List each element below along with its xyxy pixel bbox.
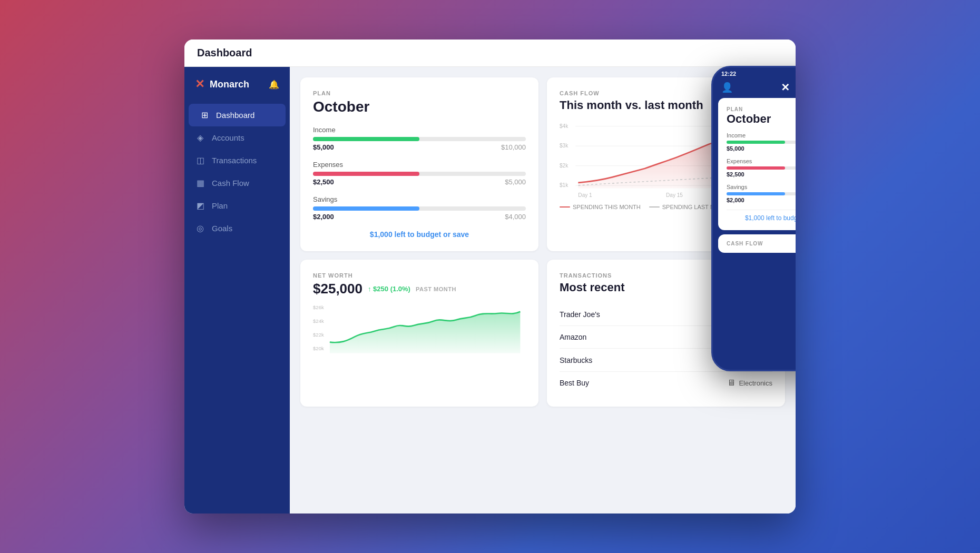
phone-plan-label: PLAN [727,106,796,112]
phone-expenses-bar [727,166,796,170]
sidebar-item-accounts[interactable]: ◈ Accounts [184,126,290,149]
legend-this-month: SPENDING THIS MONTH [560,204,641,210]
phone-plan-card: PLAN October Income $5,000 $10,000 Expen… [718,98,796,230]
sidebar-item-goals[interactable]: ◎ Goals [184,217,290,240]
transaction-name-0: Trader Joe's [560,310,600,319]
transaction-icon-3: 🖥 [727,378,736,388]
savings-bar-container [313,206,526,211]
bell-icon[interactable]: 🔔 [269,80,279,90]
app-name: Monarch [210,79,249,90]
budget-note: $1,000 left to budget or save [313,230,526,239]
main-layout: ✕ Monarch 🔔 ⊞ Dashboard ◈ Accounts ◫ Tra… [184,67,796,514]
phone-expenses-current: $2,500 [727,171,744,177]
income-label: Income [313,126,526,134]
expenses-amounts: $2,500 $5,000 [313,178,526,186]
sidebar-item-transactions[interactable]: ◫ Transactions [184,149,290,172]
income-current: $5,000 [313,143,334,151]
sidebar-item-plan[interactable]: ◩ Plan [184,194,290,217]
networth-period: PAST MONTH [416,286,456,292]
phone-nav-bar: 👤 ✕ 🔔 [713,77,796,98]
phone-savings-label: Savings [727,184,796,190]
legend-dot-last-month [649,206,660,208]
svg-text:$3k: $3k [560,143,569,149]
transaction-cat-3: 🖥 Electronics [727,378,772,388]
sidebar-item-plan-label: Plan [212,201,228,210]
expenses-label: Expenses [313,161,526,169]
svg-text:$26k: $26k [313,304,324,310]
legend-dot-this-month [560,206,570,208]
expenses-bar-container [313,172,526,176]
networth-svg: $26k $24k $22k $20k [313,303,526,356]
phone-expenses-fill [727,166,785,170]
cashflow-icon: ▦ [195,178,205,188]
phone-cashflow-label: CASH FLOW [727,241,796,246]
savings-bar-fill [313,206,419,211]
plan-card: PLAN October Income $5,000 $10,000 Expen… [300,77,538,251]
phone-cashflow-section: CASH FLOW [718,234,796,253]
svg-text:Day 15: Day 15 [666,192,683,197]
phone-expenses-amounts: $2,500 $5,000 [727,171,796,177]
income-budget-row: Income $5,000 $10,000 [313,126,526,151]
phone-user-icon[interactable]: 👤 [721,82,733,93]
phone-time: 12:22 [721,71,736,77]
sidebar-item-cashflow[interactable]: ▦ Cash Flow [184,172,290,194]
expenses-max: $5,000 [505,178,526,186]
goals-icon: ◎ [195,223,205,233]
phone-savings-amounts: $2,000 $4,000 [727,197,796,203]
table-row[interactable]: Best Buy 🖥 Electronics [560,372,772,394]
phone-savings-bar [727,192,796,195]
phone-savings-fill [727,192,785,195]
savings-current: $2,000 [313,213,334,221]
svg-text:$1k: $1k [560,182,569,188]
dashboard-icon: ⊞ [199,110,210,120]
income-bar-fill [313,137,419,141]
sidebar: ✕ Monarch 🔔 ⊞ Dashboard ◈ Accounts ◫ Tra… [184,67,290,514]
svg-text:$4k: $4k [560,123,569,129]
savings-label: Savings [313,195,526,203]
income-bar-container [313,137,526,141]
phone-income-row: Income $5,000 $10,000 [727,132,796,152]
phone-overlay: 12:22 ▐▐▐ WiFi 🔋 👤 ✕ 🔔 PLAN October Inco… [711,66,796,371]
phone-plan-title: October [727,112,796,126]
phone-income-amounts: $5,000 $10,000 [727,145,796,152]
phone-income-fill [727,141,785,144]
accounts-icon: ◈ [195,133,205,143]
savings-max: $4,000 [505,213,526,221]
svg-text:Day 1: Day 1 [578,192,592,197]
networth-chart: $26k $24k $22k $20k [313,303,526,356]
monarch-logo-icon: ✕ [195,77,204,91]
income-max: $10,000 [501,143,526,151]
sidebar-item-dashboard[interactable]: ⊞ Dashboard [189,104,286,126]
phone-expenses-row: Expenses $2,500 $5,000 [727,158,796,177]
browser-window: Dashboard ✕ Monarch 🔔 ⊞ Dashboard ◈ Acco… [184,39,796,514]
sidebar-item-goals-label: Goals [212,224,232,233]
phone-income-current: $5,000 [727,145,744,152]
phone-status-bar: 12:22 ▐▐▐ WiFi 🔋 [713,67,796,77]
legend-label-this-month: SPENDING THIS MONTH [573,204,641,210]
phone-budget-note: $1,000 left to budget or save [727,210,796,222]
top-bar: Dashboard [184,39,796,67]
transaction-name-3: Best Buy [560,379,589,387]
transaction-name-1: Amazon [560,333,586,341]
transaction-category-3: Electronics [739,379,772,387]
transactions-icon: ◫ [195,155,205,165]
page-title: Dashboard [197,47,252,59]
expenses-budget-row: Expenses $2,500 $5,000 [313,161,526,186]
expenses-current: $2,500 [313,178,334,186]
networth-change: ↑ $250 (1.0%) [368,285,410,293]
sidebar-item-dashboard-label: Dashboard [216,111,254,120]
networth-label: NET WORTH [313,272,526,279]
sidebar-item-transactions-label: Transactions [212,156,257,165]
sidebar-item-accounts-label: Accounts [212,133,244,142]
networth-amount-row: $25,000 ↑ $250 (1.0%) PAST MONTH [313,281,526,297]
income-amounts: $5,000 $10,000 [313,143,526,151]
savings-budget-row: Savings $2,000 $4,000 [313,195,526,221]
networth-amount: $25,000 [313,281,362,297]
plan-card-label: PLAN [313,90,526,96]
svg-text:$2k: $2k [560,163,569,169]
plan-icon: ◩ [195,201,205,211]
phone-expenses-label: Expenses [727,158,796,164]
phone-income-bar [727,141,796,144]
svg-text:$20k: $20k [313,346,324,352]
savings-amounts: $2,000 $4,000 [313,213,526,221]
